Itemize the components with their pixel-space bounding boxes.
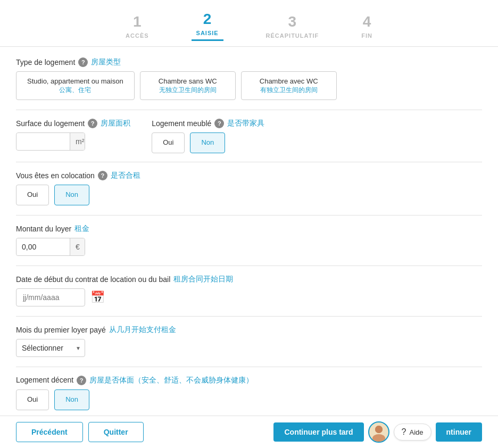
- step-1: 1 ACCÈS: [126, 13, 149, 39]
- calendar-icon[interactable]: 📅: [90, 291, 105, 304]
- decent-non-button[interactable]: Non: [54, 389, 89, 410]
- month-selector-wrapper: Sélectionner Janvier Février Mars Avril …: [16, 339, 85, 357]
- type-logement-options: Studio, appartement ou maison 公寓、住宅 Cham…: [16, 71, 482, 100]
- surface-input-wrapper: m²: [16, 132, 85, 151]
- meuble-options: Oui Non: [152, 132, 264, 153]
- premier-loyer-label: Mois du premier loyer payé: [16, 326, 106, 334]
- step-2: 2 SAISIE: [192, 11, 223, 41]
- step-2-label: SAISIE: [196, 30, 219, 36]
- step-2-number: 2: [203, 11, 212, 28]
- loyer-unit: €: [70, 238, 85, 255]
- quitter-button[interactable]: Quitter: [88, 422, 144, 442]
- footer: Précédent Quitter Continuer plus tard ? …: [0, 416, 498, 448]
- option-chambre-sans-wc-cn: 无独立卫生间的房间: [151, 86, 225, 95]
- decent-oui-button[interactable]: Oui: [16, 389, 49, 410]
- meuble-label: Logement meublé: [152, 119, 211, 128]
- avatar: [368, 421, 389, 443]
- continuer-button[interactable]: ntinuer: [436, 422, 482, 442]
- surface-meuble-row: Surface du logement ? 房屋面积 m² Logement m…: [16, 119, 482, 153]
- decent-label: Logement décent: [16, 376, 73, 384]
- premier-loyer-cn: 从几月开始支付租金: [109, 325, 176, 335]
- surface-label: Surface du logement: [16, 119, 85, 128]
- meuble-oui-button[interactable]: Oui: [152, 132, 185, 153]
- step-3-label: RÉCAPITULATIF: [266, 32, 319, 39]
- option-chambre-avec-wc-button[interactable]: Chambre avec WC 有独立卫生间的房间: [241, 71, 337, 100]
- type-logement-help-icon[interactable]: ?: [78, 57, 88, 67]
- step-3-number: 3: [288, 13, 297, 30]
- option-chambre-avec-wc-cn: 有独立卫生间的房间: [252, 86, 326, 95]
- svg-point-1: [372, 434, 385, 442]
- meuble-non-button[interactable]: Non: [190, 132, 225, 153]
- surface-label-row: Surface du logement ? 房屋面积: [16, 119, 130, 128]
- option-studio-cn: 公寓、住宅: [27, 86, 123, 95]
- step-2-underline: [192, 39, 223, 41]
- colocation-non-button[interactable]: Non: [54, 185, 89, 205]
- svg-point-2: [375, 426, 383, 433]
- date-label: Date de début du contrat de location ou …: [16, 275, 170, 284]
- continuer-plus-tard-button[interactable]: Continuer plus tard: [273, 422, 363, 442]
- surface-help-icon[interactable]: ?: [88, 119, 97, 128]
- date-input[interactable]: [16, 288, 85, 306]
- premier-loyer-label-row: Mois du premier loyer payé 从几月开始支付租金: [16, 325, 482, 335]
- divider-5: [16, 316, 482, 317]
- date-cn: 租房合同开始日期: [173, 275, 233, 284]
- loyer-label-row: Montant du loyer 租金: [16, 224, 482, 234]
- option-chambre-sans-wc-button[interactable]: Chambre sans WC 无独立卫生间的房间: [140, 71, 236, 100]
- colocation-oui-button[interactable]: Oui: [16, 185, 49, 205]
- aide-label: Aide: [410, 428, 424, 436]
- surface-input[interactable]: [16, 133, 70, 150]
- decent-options: Oui Non: [16, 389, 482, 410]
- meuble-help-icon[interactable]: ?: [214, 119, 224, 128]
- footer-right: Continuer plus tard ? Aide ntinuer: [273, 421, 482, 443]
- avatar-icon: [369, 422, 388, 442]
- loyer-input[interactable]: [16, 238, 70, 255]
- surface-col: Surface du logement ? 房屋面积 m²: [16, 119, 130, 151]
- decent-cn: 房屋是否体面（安全、舒适、不会威胁身体健康）: [89, 376, 253, 385]
- decent-row: Logement décent ? 房屋是否体面（安全、舒适、不会威胁身体健康）…: [16, 376, 482, 410]
- stepper: 1 ACCÈS 2 SAISIE 3 RÉCAPITULATIF 4 FIN: [0, 0, 498, 47]
- loyer-label: Montant du loyer: [16, 225, 71, 233]
- divider-1: [16, 110, 482, 110]
- date-label-row: Date de début du contrat de location ou …: [16, 275, 482, 284]
- colocation-cn: 是否合租: [111, 171, 140, 180]
- premier-loyer-row: Mois du premier loyer payé 从几月开始支付租金 Sél…: [16, 325, 482, 357]
- loyer-input-wrapper: €: [16, 238, 85, 256]
- option-studio-label: Studio, appartement ou maison: [27, 77, 123, 85]
- surface-unit: m²: [70, 133, 85, 150]
- colocation-label-row: Vous êtes en colocation ? 是否合租: [16, 171, 482, 180]
- divider-2: [16, 162, 482, 162]
- option-chambre-sans-wc-label: Chambre sans WC: [159, 77, 217, 85]
- type-logement-label: Type de logement: [16, 58, 75, 67]
- decent-label-row: Logement décent ? 房屋是否体面（安全、舒适、不会威胁身体健康）: [16, 376, 482, 385]
- colocation-options: Oui Non: [16, 185, 482, 205]
- date-row: Date de début du contrat de location ou …: [16, 275, 482, 306]
- step-3: 3 RÉCAPITULATIF: [266, 13, 319, 39]
- meuble-label-row: Logement meublé ? 是否带家具: [152, 119, 264, 128]
- divider-3: [16, 215, 482, 215]
- date-input-row: 📅: [16, 288, 482, 306]
- divider-6: [16, 367, 482, 367]
- month-select[interactable]: Sélectionner Janvier Février Mars Avril …: [16, 339, 85, 357]
- loyer-row: Montant du loyer 租金 €: [16, 224, 482, 256]
- surface-cn: 房屋面积: [101, 119, 130, 128]
- question-icon: ?: [402, 427, 406, 437]
- meuble-col: Logement meublé ? 是否带家具 Oui Non: [152, 119, 264, 153]
- divider-4: [16, 266, 482, 266]
- step-4-label: FIN: [361, 32, 372, 39]
- type-logement-label-row: Type de logement ? 房屋类型: [16, 57, 482, 67]
- loyer-cn: 租金: [74, 224, 89, 234]
- decent-help-icon[interactable]: ?: [77, 376, 86, 385]
- step-1-label: ACCÈS: [126, 32, 149, 39]
- step-1-number: 1: [133, 13, 142, 30]
- type-logement-cn: 房屋类型: [91, 57, 121, 67]
- step-4: 4 FIN: [361, 13, 372, 39]
- colocation-row: Vous êtes en colocation ? 是否合租 Oui Non: [16, 171, 482, 205]
- type-logement-row: Type de logement ? 房屋类型 Studio, appartem…: [16, 57, 482, 100]
- step-4-number: 4: [363, 13, 371, 30]
- option-studio-button[interactable]: Studio, appartement ou maison 公寓、住宅: [16, 71, 135, 100]
- colocation-help-icon[interactable]: ?: [98, 171, 107, 180]
- aide-button[interactable]: ? Aide: [394, 424, 431, 441]
- form-content: Type de logement ? 房屋类型 Studio, appartem…: [0, 47, 498, 430]
- meuble-cn: 是否带家具: [227, 119, 264, 128]
- precedent-button[interactable]: Précédent: [16, 422, 83, 442]
